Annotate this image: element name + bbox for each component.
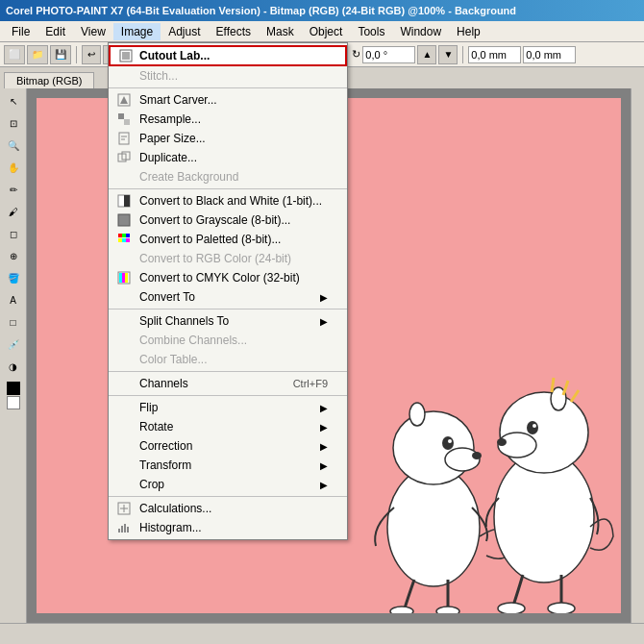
tool-freehand[interactable]: ✏ [2, 179, 25, 200]
svg-point-20 [548, 603, 575, 613]
offset-y-input[interactable] [523, 46, 576, 63]
menu-crop[interactable]: Crop ▶ [109, 475, 347, 494]
toolbar-angle-icon: ↻ [352, 48, 360, 61]
convert-cmyk-icon [116, 270, 132, 285]
svg-point-14 [533, 424, 536, 428]
offset-x-input[interactable] [468, 46, 521, 63]
svg-rect-24 [118, 113, 124, 119]
menu-mask[interactable]: Mask [259, 23, 302, 40]
create-background-label: Create Background [139, 170, 238, 184]
left-toolbar: ↖ ⊡ 🔍 ✋ ✏ 🖌 ◻ ⊕ 🪣 A □ 💉 ◑ [0, 88, 27, 623]
menu-paper-size[interactable]: Paper Size... [109, 129, 347, 148]
transform-label: Transform [139, 458, 191, 472]
menu-section-7: Calculations... Histogram... [109, 497, 347, 539]
menu-split-channels[interactable]: Split Channels To ▶ [109, 311, 347, 331]
tool-fill[interactable]: 🪣 [2, 267, 25, 288]
calculations-label: Calculations... [139, 502, 211, 515]
convert-paletted-icon [116, 232, 132, 247]
convert-grayscale-label: Convert to Grayscale (8-bit)... [139, 213, 290, 227]
tool-dodge[interactable]: ◑ [2, 356, 25, 377]
menu-smart-carver[interactable]: Smart Carver... [109, 90, 347, 110]
histogram-label: Histogram... [139, 521, 202, 534]
toolbar-new[interactable]: ⬜ [4, 45, 25, 64]
menu-image[interactable]: Image [113, 23, 161, 40]
menu-bar: File Edit View Image Adjust Effects Mask… [0, 21, 644, 42]
rotation-up[interactable]: ▲ [417, 45, 436, 64]
menu-file[interactable]: File [4, 23, 37, 40]
menu-rotate[interactable]: Rotate ▶ [109, 417, 347, 436]
tool-brush[interactable]: 🖌 [2, 201, 25, 222]
menu-calculations[interactable]: Calculations... [109, 499, 347, 518]
menu-tools[interactable]: Tools [350, 23, 392, 40]
menu-histogram[interactable]: Histogram... [109, 518, 347, 537]
svg-point-3 [472, 452, 482, 459]
menu-stitch: Stitch... [109, 66, 347, 86]
rotate-label: Rotate [139, 420, 173, 433]
menu-adjust[interactable]: Adjust [161, 23, 208, 40]
svg-rect-39 [126, 238, 130, 242]
menu-edit[interactable]: Edit [37, 23, 73, 40]
menu-convert-cmyk[interactable]: Convert to CMYK Color (32-bit) [109, 268, 347, 287]
svg-rect-43 [125, 273, 128, 283]
svg-rect-49 [124, 524, 126, 533]
toolbar-open[interactable]: 📁 [27, 45, 48, 64]
right-scrollbar[interactable] [631, 88, 644, 623]
channels-icon [116, 376, 132, 391]
menu-convert-to[interactable]: Convert To ▶ [109, 287, 347, 307]
menu-duplicate[interactable]: Duplicate... [109, 148, 347, 167]
svg-rect-33 [118, 214, 130, 226]
tool-crop[interactable]: ⊡ [2, 112, 25, 134]
tool-shapes[interactable]: □ [2, 311, 25, 333]
tool-text[interactable]: A [2, 289, 25, 310]
convert-paletted-label: Convert to Paletted (8-bit)... [139, 233, 281, 246]
menu-help[interactable]: Help [449, 23, 488, 40]
smart-carver-icon [116, 92, 132, 108]
menu-channels[interactable]: Channels Ctrl+F9 [109, 374, 347, 393]
menu-convert-bw[interactable]: Convert to Black and White (1-bit)... [109, 191, 347, 211]
menu-window[interactable]: Window [392, 23, 449, 40]
menu-color-table: Color Table... [109, 350, 347, 369]
tool-pointer[interactable]: ↖ [2, 90, 25, 111]
toolbar-save[interactable]: 💾 [50, 45, 71, 64]
tool-eyedropper[interactable]: 💉 [2, 334, 25, 355]
menu-cutout-lab[interactable]: Cutout Lab... [109, 45, 347, 66]
convert-grayscale-icon [116, 212, 132, 228]
combine-channels-icon [116, 333, 132, 348]
correction-label: Correction [139, 439, 192, 453]
svg-line-18 [571, 390, 579, 402]
tool-zoom[interactable]: 🔍 [2, 135, 25, 156]
histogram-icon [116, 520, 132, 535]
rotation-down[interactable]: ▼ [438, 45, 458, 64]
duplicate-icon [116, 150, 132, 165]
svg-rect-32 [124, 195, 130, 207]
menu-correction[interactable]: Correction ▶ [109, 436, 347, 456]
convert-rgb-icon [116, 251, 132, 266]
tool-pan[interactable]: ✋ [2, 157, 25, 178]
menu-flip[interactable]: Flip ▶ [109, 398, 347, 417]
menu-convert-paletted[interactable]: Convert to Paletted (8-bit)... [109, 230, 347, 249]
title-bar: Corel PHOTO-PAINT X7 (64-Bit Evaluation … [0, 0, 644, 21]
menu-section-5: Channels Ctrl+F9 [109, 372, 347, 396]
convert-to-icon [116, 289, 132, 305]
tool-eraser[interactable]: ◻ [2, 223, 25, 244]
svg-point-5 [448, 439, 452, 443]
svg-point-19 [498, 603, 525, 613]
menu-resample[interactable]: Resample... [109, 110, 347, 129]
tool-clone[interactable]: ⊕ [2, 245, 25, 266]
channels-shortcut: Ctrl+F9 [293, 378, 328, 389]
tool-color-sw2[interactable] [7, 396, 20, 409]
stitch-label: Stitch... [139, 69, 178, 83]
tool-color-sw1[interactable] [7, 382, 20, 395]
tab-bitmap-rgb[interactable]: Bitmap (RGB) [4, 72, 94, 88]
menu-object[interactable]: Object [302, 23, 351, 40]
toolbar-undo[interactable]: ↩ [82, 45, 101, 64]
rotate-icon [116, 419, 132, 434]
menu-view[interactable]: View [73, 23, 113, 40]
flip-label: Flip [139, 401, 158, 414]
menu-transform[interactable]: Transform ▶ [109, 456, 347, 475]
menu-convert-grayscale[interactable]: Convert to Grayscale (8-bit)... [109, 211, 347, 230]
rotation-input[interactable] [362, 46, 415, 63]
create-background-icon [116, 169, 132, 185]
menu-effects[interactable]: Effects [209, 23, 259, 40]
convert-cmyk-label: Convert to CMYK Color (32-bit) [139, 271, 300, 285]
